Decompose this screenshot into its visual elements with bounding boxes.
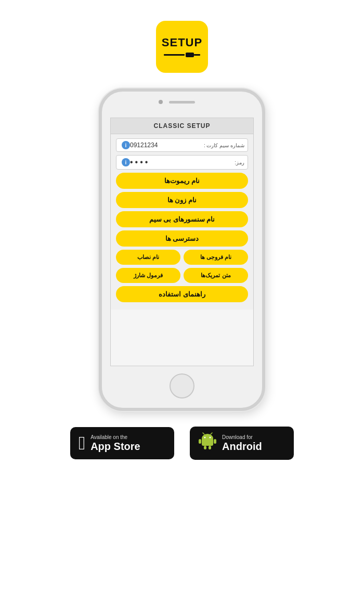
password-label: رمز: bbox=[235, 160, 244, 165]
phone-label: شماره سیم کارت : bbox=[204, 143, 244, 148]
charge-formula-button[interactable]: فرمول شارژ bbox=[116, 268, 180, 283]
outputs-button[interactable]: نام فروجی ها bbox=[184, 250, 248, 265]
apple-icon:  bbox=[79, 432, 85, 454]
store-badges:  Available on the App Store bbox=[70, 427, 294, 460]
svg-rect-0 bbox=[164, 54, 185, 56]
android-text: Download for Android bbox=[222, 434, 262, 453]
svg-rect-4 bbox=[202, 439, 213, 446]
remotes-button[interactable]: نام ریموت‌ها bbox=[116, 173, 248, 189]
appstore-small-text: Available on the bbox=[90, 434, 140, 440]
zones-button[interactable]: نام زون ها bbox=[116, 192, 248, 208]
installer-button[interactable]: نام نصاب bbox=[116, 250, 180, 265]
android-icon bbox=[198, 432, 217, 455]
svg-line-7 bbox=[203, 433, 204, 434]
stimuli-button[interactable]: متن تمریک‌ها bbox=[184, 268, 248, 283]
screen-body: شماره سیم کارت : 09121234 i رمز: •••• i … bbox=[111, 134, 253, 310]
svg-rect-1 bbox=[186, 53, 194, 57]
svg-point-5 bbox=[204, 437, 206, 439]
app-icon: SETUP bbox=[156, 21, 208, 73]
appstore-badge[interactable]:  Available on the App Store bbox=[70, 427, 174, 459]
android-badge[interactable]: Download for Android bbox=[190, 427, 294, 460]
row-stimuli-charge: متن تمریک‌ها فرمول شارژ bbox=[116, 268, 248, 283]
phone-number-field[interactable]: شماره سیم کارت : 09121234 i bbox=[116, 138, 248, 152]
screen-header: CLASSIC SETUP bbox=[111, 118, 253, 134]
phone-body: CLASSIC SETUP شماره سیم کارت : 09121234 … bbox=[99, 88, 265, 411]
row-outputs-installer: نام فروجی ها نام نصاب bbox=[116, 250, 248, 265]
svg-rect-10 bbox=[214, 439, 216, 444]
guide-button[interactable]: راهنمای استفاده bbox=[116, 286, 248, 302]
phone-screen: CLASSIC SETUP شماره سیم کارت : 09121234 … bbox=[110, 118, 254, 366]
password-info-icon[interactable]: i bbox=[122, 158, 130, 166]
appstore-big-text: App Store bbox=[90, 440, 140, 453]
android-small-text: Download for bbox=[222, 434, 262, 440]
svg-rect-11 bbox=[204, 446, 206, 449]
svg-rect-9 bbox=[199, 439, 201, 444]
svg-point-6 bbox=[210, 437, 211, 439]
phone-home-button[interactable] bbox=[170, 373, 194, 398]
phone-info-icon[interactable]: i bbox=[122, 141, 130, 149]
svg-rect-12 bbox=[209, 446, 211, 449]
password-value: •••• bbox=[130, 158, 231, 167]
svg-line-8 bbox=[211, 433, 212, 434]
android-big-text: Android bbox=[222, 440, 262, 453]
appstore-text: Available on the App Store bbox=[90, 434, 140, 453]
svg-rect-2 bbox=[194, 54, 200, 56]
phone-camera bbox=[159, 100, 163, 104]
password-field[interactable]: رمز: •••• i bbox=[116, 155, 248, 170]
phone-speaker bbox=[169, 101, 195, 104]
app-icon-label: SETUP bbox=[162, 36, 202, 49]
phone-mockup: CLASSIC SETUP شماره سیم کارت : 09121234 … bbox=[99, 88, 265, 411]
wireless-sensors-button[interactable]: نام سنسورهای بی سیم bbox=[116, 211, 248, 227]
access-button[interactable]: دسترسی ها bbox=[116, 230, 248, 247]
screwdriver-icon bbox=[164, 51, 200, 58]
phone-value: 09121234 bbox=[130, 141, 201, 149]
